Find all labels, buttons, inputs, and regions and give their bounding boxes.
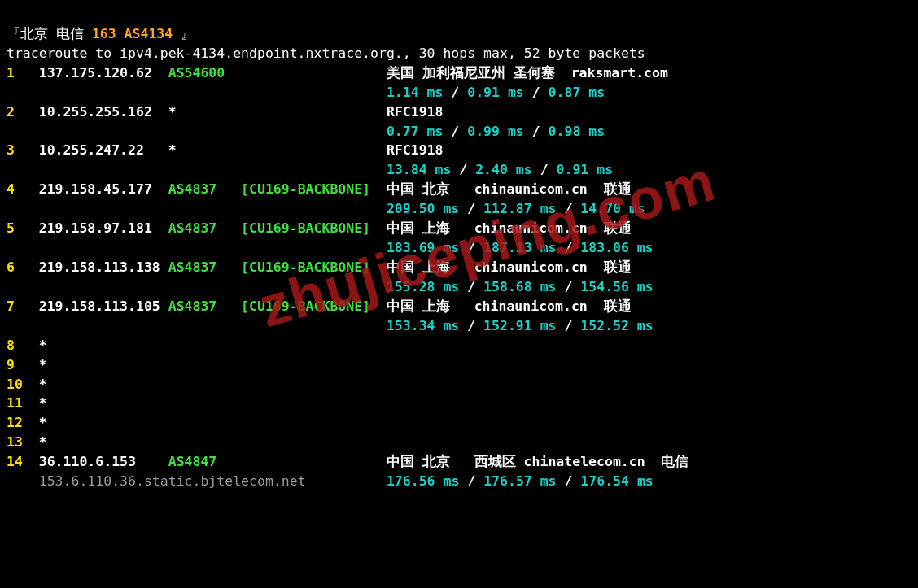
hop-location: RFC1918 bbox=[387, 104, 444, 120]
hop-rtt1: 1.14 ms bbox=[387, 85, 444, 100]
hop-backbone: [CU169-BACKBONE] bbox=[241, 181, 378, 197]
hop-backbone: [CU169-BACKBONE] bbox=[241, 298, 378, 314]
hop-timing-line: 13.84 ms / 2.40 ms / 0.91 ms bbox=[7, 160, 911, 180]
hop-asn: AS54600 bbox=[168, 65, 241, 81]
hop-timing-line: 155.28 ms / 158.68 ms / 154.56 ms bbox=[7, 277, 911, 297]
hop-line: 3 10.255.247.22 * RFC1918 bbox=[7, 141, 911, 160]
hop-indent bbox=[7, 85, 387, 100]
hop-rtt3: 183.06 ms bbox=[580, 240, 653, 255]
hop-timeout: * bbox=[39, 338, 47, 353]
hop-ip: 36.110.6.153 bbox=[39, 454, 168, 469]
hop-location: 中国 上海 chinaunicom.cn 联通 bbox=[387, 298, 632, 314]
hop-spacer bbox=[378, 65, 387, 81]
hop-backbone-empty bbox=[241, 65, 378, 81]
hop-location: 美国 加利福尼亚州 圣何塞 raksmart.com bbox=[387, 65, 668, 81]
hop-number: 9 bbox=[7, 357, 39, 372]
hop-timeout: * bbox=[39, 377, 47, 392]
hop-line: 12 * bbox=[7, 413, 911, 433]
hop-rtt2: 0.91 ms bbox=[467, 85, 524, 100]
hop-backbone: [CU169-BACKBONE] bbox=[241, 220, 378, 236]
hop-timeout: * bbox=[39, 415, 47, 430]
hop-indent bbox=[7, 279, 387, 294]
hop-rtt2: 158.68 ms bbox=[483, 279, 556, 294]
hop-timing-line: 183.69 ms / 187.13 ms / 183.06 ms bbox=[7, 238, 911, 258]
hop-asn: * bbox=[168, 104, 241, 120]
hop-asn: AS4837 bbox=[168, 259, 241, 275]
hop-timing-line: 209.50 ms / 112.87 ms / 14.70 ms bbox=[7, 199, 911, 219]
hop-asn: AS4847 bbox=[168, 454, 241, 469]
hop-spacer bbox=[378, 259, 387, 275]
hop-ip: 219.158.113.105 bbox=[39, 298, 168, 314]
hop-rtt2: 176.57 ms bbox=[483, 473, 556, 489]
hop-backbone-empty bbox=[241, 142, 378, 158]
hop-sep1: / bbox=[459, 279, 483, 294]
traceroute-line: traceroute to ipv4.pek-4134.endpoint.nxt… bbox=[7, 46, 645, 61]
hop-indent bbox=[7, 162, 387, 177]
hop-rtt1: 209.50 ms bbox=[387, 201, 459, 216]
hop-rtt3: 176.54 ms bbox=[580, 473, 653, 489]
hop-asn: AS4837 bbox=[168, 298, 241, 314]
hop-ip: 219.158.97.181 bbox=[39, 220, 168, 236]
hop-location: 中国 上海 chinaunicom.cn 联通 bbox=[387, 259, 632, 275]
hop-ip: 10.255.247.22 bbox=[39, 142, 168, 158]
hop-timeout: * bbox=[39, 395, 47, 411]
hop-rtt2: 2.40 ms bbox=[475, 162, 532, 177]
hop-number: 1 bbox=[7, 65, 39, 81]
hop-sep2: / bbox=[524, 85, 549, 100]
hop-line: 1 137.175.120.62 AS54600 美国 加利福尼亚州 圣何塞 r… bbox=[7, 63, 911, 83]
terminal-output: 『北京 电信 163 AS4134 』 traceroute to ipv4.p… bbox=[0, 0, 918, 498]
hop-sep2: / bbox=[557, 201, 581, 216]
hop-indent bbox=[7, 124, 387, 139]
hop-spacer2 bbox=[378, 473, 387, 489]
hop-line: 4 219.158.45.177 AS4837 [CU169-BACKBONE]… bbox=[7, 180, 911, 199]
hop-backbone-empty bbox=[241, 104, 378, 120]
hop-sep1: / bbox=[459, 240, 483, 255]
hop-rtt2: 152.91 ms bbox=[483, 318, 556, 333]
hop-number: 6 bbox=[7, 259, 39, 275]
hop-line: 14 36.110.6.153 AS4847 中国 北京 西城区 chinate… bbox=[7, 452, 911, 472]
hop-ip: 10.255.255.162 bbox=[39, 104, 168, 120]
hop-ip: 219.158.113.138 bbox=[39, 259, 168, 275]
header-carrier: 电信 bbox=[56, 26, 84, 41]
hop-rtt3: 0.98 ms bbox=[549, 124, 605, 139]
hop-indent bbox=[7, 318, 387, 333]
hop-ip: 137.175.120.62 bbox=[39, 65, 168, 81]
hop-number: 3 bbox=[7, 142, 39, 158]
hop-rtt3: 0.87 ms bbox=[549, 85, 605, 100]
hop-rtt1: 0.77 ms bbox=[387, 124, 444, 139]
hop-rtt1: 155.28 ms bbox=[387, 279, 459, 294]
hop-sep2: / bbox=[557, 240, 581, 255]
hop-sep2: / bbox=[557, 318, 581, 333]
hop-indent bbox=[7, 240, 387, 255]
hop-location: 中国 北京 chinaunicom.cn 联通 bbox=[387, 181, 632, 197]
hop-number: 4 bbox=[7, 181, 39, 197]
hop-rtt3: 14.70 ms bbox=[580, 201, 645, 216]
hop-number: 2 bbox=[7, 104, 39, 120]
hop-spacer bbox=[378, 298, 387, 314]
hop-rtt2: 112.87 ms bbox=[483, 201, 556, 216]
hop-line: 11 * bbox=[7, 394, 911, 413]
hop-spacer bbox=[378, 220, 387, 236]
hop-sep2: / bbox=[557, 473, 581, 489]
hop-rtt1: 176.56 ms bbox=[387, 473, 459, 489]
hop-line: 9 * bbox=[7, 355, 911, 375]
hop-timing-line: 0.77 ms / 0.99 ms / 0.98 ms bbox=[7, 122, 911, 142]
hop-number: 10 bbox=[7, 377, 39, 392]
hop-number: 7 bbox=[7, 298, 39, 314]
hop-rtt1: 183.69 ms bbox=[387, 240, 459, 255]
hop-backbone-empty bbox=[241, 454, 378, 469]
hop-sep2: / bbox=[524, 124, 549, 139]
hop-sep2: / bbox=[557, 279, 581, 294]
hop-number: 13 bbox=[7, 434, 39, 450]
hop-timeout: * bbox=[39, 434, 47, 450]
header-open-bracket: 『 bbox=[7, 26, 20, 41]
hop-asn: * bbox=[168, 142, 241, 158]
header-net-name: 163 AS4134 bbox=[92, 26, 173, 41]
hop-indent bbox=[7, 473, 39, 489]
hop-timing-line: 1.14 ms / 0.91 ms / 0.87 ms bbox=[7, 83, 911, 102]
hop-rtt2: 187.13 ms bbox=[483, 240, 556, 255]
hop-asn: AS4837 bbox=[168, 220, 241, 236]
hop-timing-line: 153.34 ms / 152.91 ms / 152.52 ms bbox=[7, 316, 911, 336]
hop-number: 12 bbox=[7, 415, 39, 430]
hop-line: 6 219.158.113.138 AS4837 [CU169-BACKBONE… bbox=[7, 258, 911, 277]
